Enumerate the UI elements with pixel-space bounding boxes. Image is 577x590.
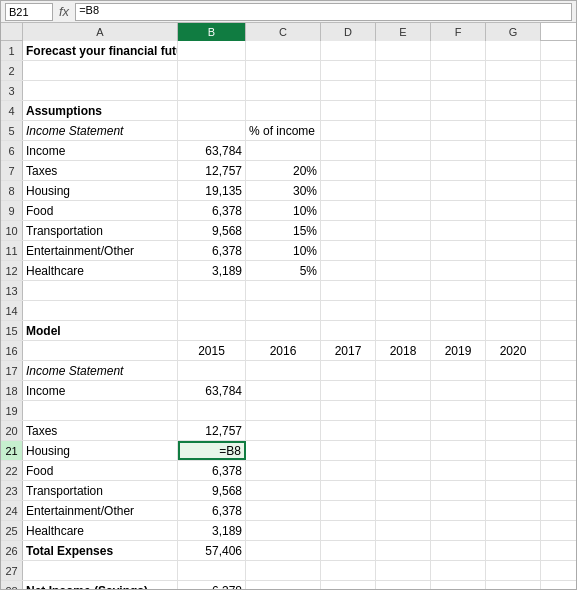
cell-d21[interactable]	[321, 441, 376, 460]
cell-d25[interactable]	[321, 521, 376, 540]
cell-g17[interactable]	[486, 361, 541, 380]
cell-e25[interactable]	[376, 521, 431, 540]
cell-g6[interactable]	[486, 141, 541, 160]
cell-a11[interactable]: Entertainment/Other	[23, 241, 178, 260]
cell-c28[interactable]	[246, 581, 321, 589]
cell-d23[interactable]	[321, 481, 376, 500]
cell-g26[interactable]	[486, 541, 541, 560]
row-number[interactable]: 11	[1, 241, 23, 260]
cell-a18[interactable]: Income	[23, 381, 178, 400]
cell-e9[interactable]	[376, 201, 431, 220]
cell-b27[interactable]	[178, 561, 246, 580]
cell-d2[interactable]	[321, 61, 376, 80]
cell-d24[interactable]	[321, 501, 376, 520]
cell-e19[interactable]	[376, 401, 431, 420]
cell-c16[interactable]: 2016	[246, 341, 321, 360]
cell-a4[interactable]: Assumptions	[23, 101, 178, 120]
cell-g7[interactable]	[486, 161, 541, 180]
cell-d1[interactable]	[321, 41, 376, 60]
col-header-d[interactable]: D	[321, 23, 376, 41]
cell-f20[interactable]	[431, 421, 486, 440]
cell-e8[interactable]	[376, 181, 431, 200]
cell-d4[interactable]	[321, 101, 376, 120]
cell-e20[interactable]	[376, 421, 431, 440]
row-number[interactable]: 16	[1, 341, 23, 360]
cell-f1[interactable]	[431, 41, 486, 60]
cell-g1[interactable]	[486, 41, 541, 60]
cell-b10[interactable]: 9,568	[178, 221, 246, 240]
cell-f22[interactable]	[431, 461, 486, 480]
cell-a26[interactable]: Total Expenses	[23, 541, 178, 560]
col-header-a[interactable]: A	[23, 23, 178, 41]
cell-c9[interactable]: 10%	[246, 201, 321, 220]
cell-c20[interactable]	[246, 421, 321, 440]
cell-e4[interactable]	[376, 101, 431, 120]
cell-g19[interactable]	[486, 401, 541, 420]
row-number[interactable]: 12	[1, 261, 23, 280]
cell-b9[interactable]: 6,378	[178, 201, 246, 220]
cell-c17[interactable]	[246, 361, 321, 380]
cell-b4[interactable]	[178, 101, 246, 120]
cell-e6[interactable]	[376, 141, 431, 160]
row-number[interactable]: 6	[1, 141, 23, 160]
cell-e16[interactable]: 2018	[376, 341, 431, 360]
row-number[interactable]: 2	[1, 61, 23, 80]
row-number[interactable]: 20	[1, 421, 23, 440]
row-number[interactable]: 18	[1, 381, 23, 400]
cell-a13[interactable]	[23, 281, 178, 300]
cell-a23[interactable]: Transportation	[23, 481, 178, 500]
cell-e11[interactable]	[376, 241, 431, 260]
cell-d14[interactable]	[321, 301, 376, 320]
cell-f25[interactable]	[431, 521, 486, 540]
cell-a22[interactable]: Food	[23, 461, 178, 480]
cell-d22[interactable]	[321, 461, 376, 480]
cell-e24[interactable]	[376, 501, 431, 520]
cell-d6[interactable]	[321, 141, 376, 160]
cell-a16[interactable]	[23, 341, 178, 360]
cell-b5[interactable]	[178, 121, 246, 140]
cell-g27[interactable]	[486, 561, 541, 580]
cell-e23[interactable]	[376, 481, 431, 500]
row-number[interactable]: 4	[1, 101, 23, 120]
cell-g20[interactable]	[486, 421, 541, 440]
cell-e2[interactable]	[376, 61, 431, 80]
cell-g15[interactable]	[486, 321, 541, 340]
cell-g22[interactable]	[486, 461, 541, 480]
cell-g12[interactable]	[486, 261, 541, 280]
cell-d3[interactable]	[321, 81, 376, 100]
cell-g13[interactable]	[486, 281, 541, 300]
cell-g25[interactable]	[486, 521, 541, 540]
cell-b24[interactable]: 6,378	[178, 501, 246, 520]
cell-c3[interactable]	[246, 81, 321, 100]
cell-b11[interactable]: 6,378	[178, 241, 246, 260]
row-number[interactable]: 28	[1, 581, 23, 589]
cell-f4[interactable]	[431, 101, 486, 120]
cell-b1[interactable]	[178, 41, 246, 60]
cell-g14[interactable]	[486, 301, 541, 320]
cell-g9[interactable]	[486, 201, 541, 220]
row-number[interactable]: 14	[1, 301, 23, 320]
cell-d13[interactable]	[321, 281, 376, 300]
cell-b6[interactable]: 63,784	[178, 141, 246, 160]
cell-c27[interactable]	[246, 561, 321, 580]
cell-f13[interactable]	[431, 281, 486, 300]
cell-f27[interactable]	[431, 561, 486, 580]
cell-g8[interactable]	[486, 181, 541, 200]
cell-a25[interactable]: Healthcare	[23, 521, 178, 540]
cell-reference-box[interactable]: B21	[5, 3, 53, 21]
cell-g24[interactable]	[486, 501, 541, 520]
cell-f19[interactable]	[431, 401, 486, 420]
cell-c5[interactable]: % of income	[246, 121, 321, 140]
cell-b20[interactable]: 12,757	[178, 421, 246, 440]
cell-b25[interactable]: 3,189	[178, 521, 246, 540]
cell-d5[interactable]	[321, 121, 376, 140]
cell-b19[interactable]	[178, 401, 246, 420]
cell-a28[interactable]: Net Income (Savings)	[23, 581, 178, 589]
cell-a2[interactable]	[23, 61, 178, 80]
cell-g10[interactable]	[486, 221, 541, 240]
cell-g3[interactable]	[486, 81, 541, 100]
cell-a17[interactable]: Income Statement	[23, 361, 178, 380]
cell-e18[interactable]	[376, 381, 431, 400]
cell-c18[interactable]	[246, 381, 321, 400]
cell-b18[interactable]: 63,784	[178, 381, 246, 400]
